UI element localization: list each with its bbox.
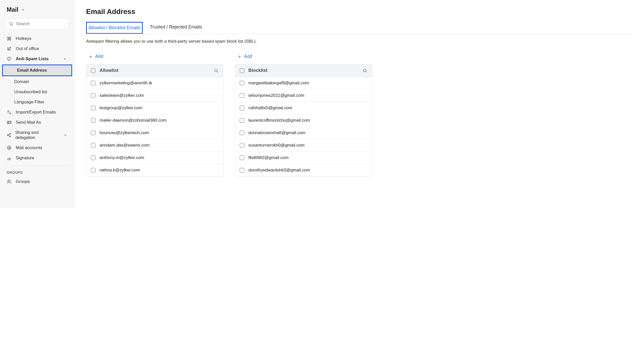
plus-icon: ＋ (88, 53, 93, 60)
blocklist-row-checkbox[interactable] (240, 143, 244, 148)
svg-point-13 (363, 69, 366, 72)
blocklist-row[interactable]: margaretbakergaf9@gmail.com (235, 77, 372, 89)
sidebar-item-label: Mail accounts (16, 145, 42, 150)
sidebar-subitem-email-address[interactable]: Email Address (2, 65, 72, 76)
add-label: Add (95, 54, 103, 59)
sidebar-item-groups[interactable]: Groups (0, 177, 74, 187)
blocklist-row-email: wilsonjones2021@gmail.com (248, 93, 304, 98)
allowlist-row-checkbox[interactable] (91, 155, 95, 160)
allowlist-row-checkbox[interactable] (91, 143, 95, 148)
allowlist-row-checkbox[interactable] (91, 118, 95, 123)
main-content: Email Address Allowlist / Blocklist Emai… (74, 0, 644, 208)
allowlist-column: ＋ Add Allowlist zylkermarketing@amrrith.… (86, 52, 223, 177)
svg-point-10 (8, 180, 9, 181)
allowlist-row-email: arindam.das@swerio.com (100, 143, 150, 148)
select-all-allowlist-checkbox[interactable] (91, 68, 95, 73)
svg-point-3 (8, 122, 9, 123)
search-allowlist-icon[interactable] (214, 68, 218, 73)
sidebar-item-out-of-office[interactable]: Out of office (0, 44, 74, 54)
sidebar-item-anti-spam-lists[interactable]: Anti-Spam Lists (0, 54, 74, 64)
allowlist-row-email: anthony.m@zylker.com (100, 155, 144, 160)
select-all-blocklist-checkbox[interactable] (240, 68, 244, 73)
sidebar-item-label: Out of office (16, 46, 39, 51)
blocklist-row-email: margaretbakergaf9@gmail.com (248, 81, 309, 86)
allowlist-row-email: salesteam@zylker.com (100, 93, 144, 98)
allowlist-row-email: testgroup@zylker.com (100, 105, 142, 110)
allowlist-row-email: mailer-daemon@zohomail360.com (100, 118, 167, 123)
allowlist-row-checkbox[interactable] (91, 93, 95, 98)
page-title: Email Address (86, 8, 632, 16)
allowlist-row[interactable]: rathna.k@zylker.com (86, 164, 223, 176)
sidebar-item-signature[interactable]: Signature (0, 153, 74, 163)
mail-dropdown[interactable]: Mail (0, 5, 74, 18)
blocklist-row-email: dorothyedwardshti3@gmail.com (248, 168, 310, 173)
blocklist-row-checkbox[interactable] (240, 168, 244, 172)
sidebar-item-label: Send Mail As (16, 120, 41, 125)
blocklist-row[interactable]: laurentcoffimontcho@gmail.com (235, 114, 372, 127)
share-icon (7, 133, 11, 138)
sidebar: Mail Hotkeys Out of office Anti-Spam Lis… (0, 0, 74, 208)
tab-trusted-rejected[interactable]: Trusted / Rejected Emails (148, 22, 203, 34)
allowlist-row-email: zylkermarketing@amrrith.tk (100, 81, 152, 86)
blocklist-row-email: laurentcoffimontcho@gmail.com (248, 118, 310, 123)
allowlist-row-checkbox[interactable] (91, 81, 95, 85)
blocklist-row-email: flist6982@gmail.com (248, 155, 288, 160)
sidebar-item-label: Signature (16, 155, 34, 161)
allowlist-row[interactable]: testgroup@zylker.com (86, 102, 223, 114)
signature-icon (7, 155, 12, 161)
blocklist-header: Blocklist (235, 64, 372, 77)
app-label: Mail (7, 6, 19, 13)
svg-point-11 (215, 69, 217, 72)
allowlist-row-checkbox[interactable] (91, 106, 95, 110)
blocklist-title: Blocklist (248, 68, 359, 73)
allowlist-row[interactable]: anthony.m@zylker.com (86, 152, 223, 164)
blocklist-row-checkbox[interactable] (240, 93, 244, 98)
blocklist-row[interactable]: susanturnerokh0@gmail.com (235, 139, 372, 152)
blocklist-row-checkbox[interactable] (240, 131, 244, 135)
blocklist-row-checkbox[interactable] (240, 106, 244, 110)
sidebar-item-mail-accounts[interactable]: Mail accounts (0, 143, 74, 153)
search-icon (9, 21, 13, 26)
svg-line-12 (217, 71, 218, 72)
blocklist-row[interactable]: ruthhalltx5@gmail.com (235, 102, 372, 114)
sidebar-subitem-unsubscribed[interactable]: Unsubscribed list (0, 87, 74, 97)
add-blocklist-button[interactable]: ＋ Add (235, 52, 372, 64)
allowlist-row-email: bounces@zylkertech.com (100, 130, 149, 135)
search-blocklist-icon[interactable] (363, 68, 367, 73)
add-allowlist-button[interactable]: ＋ Add (86, 52, 223, 64)
sidebar-item-sharing-delegation[interactable]: Sharing and delegation (0, 128, 74, 143)
blocklist-row[interactable]: donnabrownsha6@gmail.com (235, 127, 372, 139)
blocklist-row-checkbox[interactable] (240, 118, 244, 123)
allowlist-row-checkbox[interactable] (91, 131, 95, 135)
sidebar-item-send-mail-as[interactable]: Send Mail As (0, 117, 74, 128)
allowlist-row[interactable]: bounces@zylkertech.com (86, 127, 223, 139)
allowlist-row[interactable]: salesteam@zylker.com (86, 89, 223, 102)
search-field[interactable] (16, 21, 70, 26)
blocklist-row-checkbox[interactable] (240, 155, 244, 160)
tab-allowlist-blocklist[interactable]: Allowlist / Blocklist Emails (86, 22, 143, 34)
allowlist-row[interactable]: arindam.das@swerio.com (86, 139, 223, 152)
tabs: Allowlist / Blocklist Emails Trusted / R… (86, 22, 632, 34)
plus-icon: ＋ (237, 53, 242, 60)
sidebar-item-label: Hotkeys (16, 36, 31, 41)
blocklist-row-checkbox[interactable] (240, 81, 244, 85)
blocklist-row[interactable]: dorothyedwardshti3@gmail.com (235, 164, 372, 176)
blocklist-row[interactable]: wilsonjones2021@gmail.com (235, 89, 372, 102)
sidebar-subitem-label: Language Filter (14, 100, 44, 105)
search-input[interactable] (6, 18, 69, 29)
allowlist-row[interactable]: mailer-daemon@zohomail360.com (86, 114, 223, 127)
command-icon (7, 36, 12, 41)
id-card-icon (7, 120, 12, 125)
sidebar-item-label: Groups (16, 179, 30, 184)
sidebar-item-hotkeys[interactable]: Hotkeys (0, 34, 74, 44)
sidebar-subitem-language-filter[interactable]: Language Filter (0, 97, 74, 107)
svg-line-8 (8, 134, 9, 135)
allowlist-row-checkbox[interactable] (91, 168, 95, 172)
sidebar-subitem-domain[interactable]: Domain (0, 77, 74, 87)
chevron-down-icon (21, 7, 26, 12)
allowlist-row[interactable]: zylkermarketing@amrrith.tk (86, 77, 223, 89)
groups-label: GROUPS (0, 168, 74, 177)
sidebar-item-import-export[interactable]: Import/Export Emails (0, 107, 74, 117)
blocklist-row[interactable]: flist6982@gmail.com (235, 152, 372, 164)
add-label: Add (244, 54, 252, 59)
